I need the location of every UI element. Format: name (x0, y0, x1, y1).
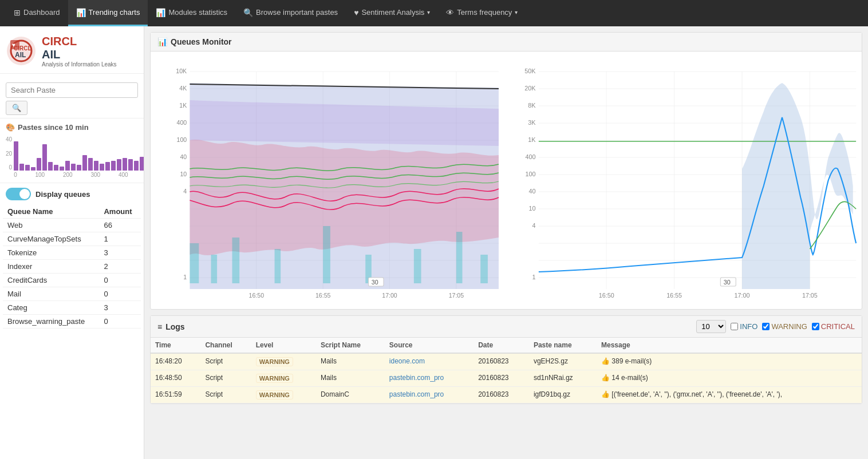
logs-title-text: Logs (165, 322, 184, 331)
search-input[interactable] (6, 82, 138, 98)
mini-bar-item (134, 161, 139, 171)
svg-text:AIL: AIL (15, 51, 26, 59)
queue-amount: 0 (99, 287, 141, 301)
queues-monitor-heading: 📊 Queues Monitor (151, 33, 862, 52)
search-icon: 🔍 (12, 104, 21, 112)
queue-col-name: Queue Name (3, 205, 99, 219)
source-link[interactable]: pastebin.com_pro (389, 374, 444, 382)
log-source: pastebin.com_pro (385, 370, 474, 387)
mini-chart-wrapper: 40200 0100200300400500 (6, 136, 138, 178)
source-link[interactable]: ideone.com (389, 357, 425, 365)
svg-text:8K: 8K (528, 102, 535, 109)
svg-text:1: 1 (532, 274, 535, 280)
nav-terms[interactable]: 👁 Terms frequency (438, 0, 526, 26)
svg-rect-33 (190, 243, 199, 283)
sidebar: CIRCL AIL ♥ CIRCL AIL Analysis of Inform… (0, 26, 144, 459)
mini-bar-item (54, 165, 58, 171)
log-time: 16:48:50 (151, 370, 200, 387)
svg-text:16:50: 16:50 (598, 292, 614, 299)
dashboard-icon: ⊞ (14, 8, 21, 17)
table-row: Web 66 (3, 219, 141, 232)
nav-trending[interactable]: 📊 Trending charts (68, 0, 148, 26)
queue-name: CreditCards (3, 274, 99, 287)
nav-modules[interactable]: 📊 Modules statistics (148, 0, 235, 26)
mini-bar-item (111, 161, 116, 171)
logs-controls: 10 25 50 100 INFO WARNING (696, 320, 855, 333)
log-message: 👍 14 e-mail(s) (597, 370, 862, 387)
browse-icon: 🔍 (243, 8, 253, 17)
log-filter-warning: WARNING (762, 322, 807, 331)
critical-checkbox[interactable] (812, 323, 819, 330)
svg-text:4: 4 (183, 188, 187, 195)
log-date: 20160823 (474, 353, 529, 370)
svg-rect-39 (414, 249, 421, 283)
pastes-section: 🎨 Pastes since 10 min 40200 010020030040… (0, 118, 144, 183)
logs-header: ≡ Logs 10 25 50 100 INFO (151, 316, 862, 338)
left-chart-svg: 10K 4K 1K 400 100 40 10 4 1 (153, 54, 505, 306)
charts-row: 10K 4K 1K 400 100 40 10 4 1 (153, 54, 859, 306)
col-channel: Channel (200, 338, 251, 353)
mini-bar-item (48, 162, 53, 171)
info-checkbox[interactable] (731, 323, 738, 330)
queue-name: Indexer (3, 260, 99, 274)
mini-y-labels: 40200 (6, 136, 12, 171)
col-paste: Paste name (529, 338, 597, 353)
toggle-label: Display queues (35, 190, 90, 199)
list-item: 16:48:50 Script WARNING Mails pastebin.c… (151, 370, 862, 387)
terms-icon: 👁 (446, 8, 454, 17)
mini-bar-item (100, 164, 104, 171)
svg-text:20K: 20K (524, 85, 535, 92)
mini-bar-item (25, 165, 30, 171)
log-time: 16:48:20 (151, 353, 200, 370)
svg-text:4: 4 (532, 223, 535, 229)
mini-bar-item (123, 158, 127, 171)
log-source: pastebin.com_pro (385, 387, 474, 403)
log-table: Time Channel Level Script Name Source Da… (151, 338, 862, 403)
queues-monitor-body: 10K 4K 1K 400 100 40 10 4 1 (151, 52, 862, 309)
pastes-icon: 🎨 (6, 123, 15, 132)
queue-amount: 1 (99, 232, 141, 246)
nav-sentiment[interactable]: ♥ Sentiment Analysis (346, 0, 438, 26)
log-table-header-row: Time Channel Level Script Name Source Da… (151, 338, 862, 353)
svg-text:17:05: 17:05 (449, 292, 464, 299)
logo-icon: CIRCL AIL ♥ (6, 35, 37, 67)
log-channel: Script (200, 353, 251, 370)
queues-icon: 📊 (157, 37, 167, 46)
col-message: Message (597, 338, 862, 353)
queue-name: Web (3, 219, 99, 232)
svg-text:50K: 50K (524, 68, 535, 74)
nav-dashboard[interactable]: ⊞ Dashboard (6, 0, 68, 26)
queue-amount: 2 (99, 260, 141, 274)
col-source: Source (385, 338, 474, 353)
queue-name: Categ (3, 301, 99, 315)
queue-table-container: Queue Name Amount Web 66 CurveManageTopS… (0, 205, 144, 329)
log-count-select[interactable]: 10 25 50 100 (696, 320, 726, 333)
mini-bar-chart (14, 136, 144, 171)
svg-text:1K: 1K (528, 137, 535, 143)
nav-browse[interactable]: 🔍 Browse important pastes (235, 0, 346, 26)
pastes-title-text: Pastes since 10 min (18, 123, 89, 132)
nav-terms-label: Terms frequency (457, 8, 512, 17)
source-link[interactable]: pastebin.com_pro (389, 390, 444, 398)
col-level: Level (251, 338, 316, 353)
svg-text:10: 10 (528, 205, 535, 212)
display-queues-toggle[interactable] (6, 188, 31, 200)
critical-label: CRITICAL (821, 322, 855, 331)
log-source: ideone.com (385, 353, 474, 370)
col-script: Script Name (316, 338, 385, 353)
table-row: CreditCards 0 (3, 274, 141, 287)
svg-text:10: 10 (180, 171, 187, 177)
list-item: 16:51:59 Script WARNING DomainC pastebin… (151, 387, 862, 403)
svg-rect-40 (456, 232, 463, 283)
mini-bar-item (19, 164, 24, 171)
svg-text:16:55: 16:55 (666, 292, 682, 299)
svg-text:16:50: 16:50 (249, 292, 265, 299)
search-button[interactable]: 🔍 (6, 101, 27, 115)
logs-icon: ≡ (157, 322, 162, 331)
log-filter-critical: CRITICAL (812, 322, 855, 331)
queue-col-amount: Amount (99, 205, 141, 219)
svg-rect-37 (323, 226, 330, 283)
logo-text: CIRCL AIL Analysis of Information Leaks (42, 35, 117, 68)
warning-checkbox[interactable] (762, 323, 770, 330)
log-paste: sd1nNRai.gz (529, 370, 597, 387)
